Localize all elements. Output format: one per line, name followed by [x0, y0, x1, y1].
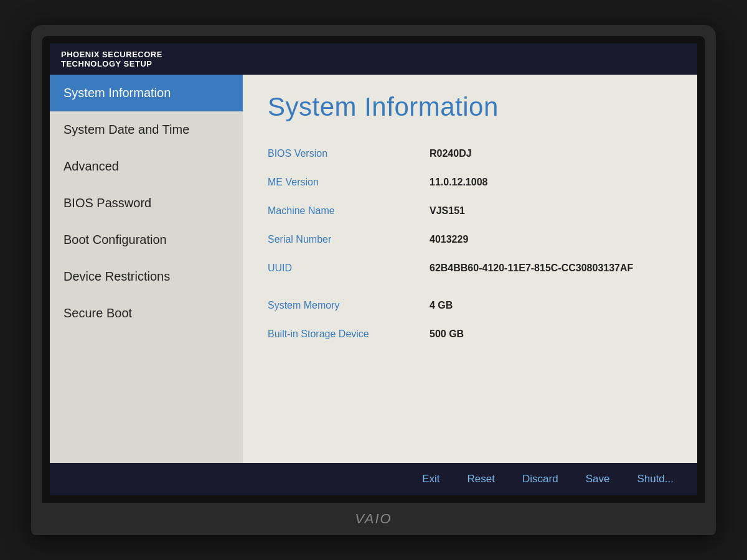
table-row: Built-in Storage Device 500 GB	[268, 320, 672, 348]
field-value-uuid: 62B4BB60-4120-11E7-815C-CC30803137AF	[430, 254, 672, 282]
field-value-me-version: 11.0.12.1008	[430, 168, 672, 197]
table-row: UUID 62B4BB60-4120-11E7-815C-CC30803137A…	[268, 254, 672, 282]
laptop-outer: PHOENIX SECURECORE TECHNOLOGY SETUP Syst…	[31, 25, 716, 535]
vaio-logo: VAIO	[355, 511, 392, 527]
table-row: Serial Number 4013229	[268, 225, 672, 254]
bios-header: PHOENIX SECURECORE TECHNOLOGY SETUP	[50, 44, 697, 75]
table-row: System Memory 4 GB	[268, 282, 672, 320]
sidebar-item-secure-boot[interactable]: Secure Boot	[50, 295, 243, 332]
field-label-serial-number: Serial Number	[268, 225, 430, 254]
table-row: Machine Name VJS151	[268, 197, 672, 225]
sidebar-item-device-restrictions[interactable]: Device Restrictions	[50, 258, 243, 295]
main-content: System Information BIOS Version R0240DJ …	[243, 75, 697, 463]
sidebar: System Information System Date and Time …	[50, 75, 243, 463]
table-row: BIOS Version R0240DJ	[268, 139, 672, 168]
exit-button[interactable]: Exit	[411, 469, 451, 489]
bottom-bar: Exit Reset Discard Save Shutd...	[50, 463, 697, 495]
table-row: ME Version 11.0.12.1008	[268, 168, 672, 197]
sidebar-item-system-information[interactable]: System Information	[50, 75, 243, 111]
sidebar-item-boot-configuration[interactable]: Boot Configuration	[50, 222, 243, 258]
field-label-system-memory: System Memory	[268, 282, 430, 320]
save-button[interactable]: Save	[575, 469, 621, 489]
laptop-bottom: VAIO	[42, 503, 705, 535]
reset-button[interactable]: Reset	[456, 469, 506, 489]
screen: PHOENIX SECURECORE TECHNOLOGY SETUP Syst…	[50, 44, 697, 495]
bios-header-line2: TECHNOLOGY SETUP	[61, 59, 152, 68]
field-value-serial-number: 4013229	[430, 225, 672, 254]
field-label-me-version: ME Version	[268, 168, 430, 197]
field-value-storage: 500 GB	[430, 320, 672, 348]
field-value-machine-name: VJS151	[430, 197, 672, 225]
sidebar-item-advanced[interactable]: Advanced	[50, 148, 243, 185]
field-label-machine-name: Machine Name	[268, 197, 430, 225]
shutdown-button[interactable]: Shutd...	[626, 469, 685, 489]
bios-header-line1: PHOENIX SECURECORE	[61, 50, 162, 59]
field-label-storage: Built-in Storage Device	[268, 320, 430, 348]
discard-button[interactable]: Discard	[511, 469, 570, 489]
screen-bezel: PHOENIX SECURECORE TECHNOLOGY SETUP Syst…	[42, 36, 705, 503]
sidebar-item-system-date-time[interactable]: System Date and Time	[50, 111, 243, 148]
info-table: BIOS Version R0240DJ ME Version 11.0.12.…	[268, 139, 672, 348]
sidebar-item-bios-password[interactable]: BIOS Password	[50, 185, 243, 222]
field-label-bios-version: BIOS Version	[268, 139, 430, 168]
field-value-bios-version: R0240DJ	[430, 139, 672, 168]
field-label-uuid: UUID	[268, 254, 430, 282]
bios-body: System Information System Date and Time …	[50, 75, 697, 463]
field-value-system-memory: 4 GB	[430, 282, 672, 320]
page-title: System Information	[268, 92, 672, 122]
